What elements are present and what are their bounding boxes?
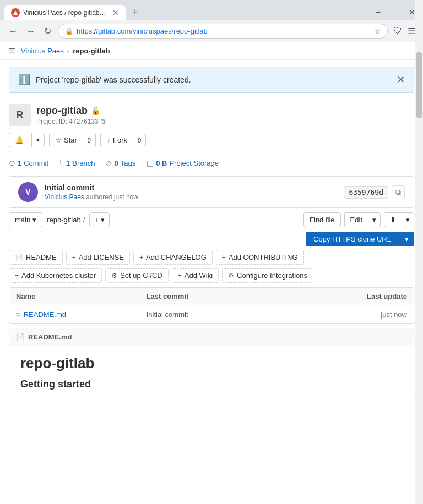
repo-path-name: repo-gitlab (47, 216, 80, 224)
minimize-button[interactable]: − (372, 6, 384, 19)
readme-content: repo-gitlab Getting started (9, 346, 414, 399)
wiki-icon: + (178, 272, 182, 280)
alert-info-icon: ℹ️ (18, 74, 30, 86)
url-bar[interactable]: 🔒 https://gitlab.com/viniciuspaes/repo-g… (58, 24, 388, 39)
repo-visibility-icon: 🔒 (91, 106, 100, 115)
add-changelog-icon: + (139, 254, 143, 261)
add-file-button[interactable]: + ▾ (89, 212, 110, 227)
find-file-button[interactable]: Find file (303, 212, 341, 227)
readme-header: 📄 README.md (9, 328, 414, 346)
readme-subtitle: Getting started (20, 379, 403, 390)
url-text: https://gitlab.com/viniciuspaes/repo-git… (77, 27, 371, 35)
success-alert: ℹ️ Project 'repo-gitlab' was successfull… (9, 67, 414, 93)
file-date-text: just now (276, 310, 407, 319)
quick-actions-row2: + Add Kubernetes cluster ⚙ Set up CI/CD … (9, 268, 414, 283)
branches-stat[interactable]: ⑂ 1 Branch (59, 158, 95, 167)
edit-button[interactable]: Edit (344, 212, 368, 227)
watch-button[interactable]: 🔔 (9, 133, 31, 147)
maximize-button[interactable]: □ (388, 6, 400, 19)
back-button[interactable]: ← (7, 24, 20, 39)
file-type-icon: ≈ (16, 310, 20, 319)
alert-message: Project 'repo-gitlab' was successfully c… (36, 75, 391, 84)
watch-dropdown-button[interactable]: ▾ (31, 133, 45, 147)
add-changelog-button[interactable]: + Add CHANGELOG (133, 250, 213, 265)
tab-close-button[interactable]: ✕ (112, 8, 119, 17)
add-icon: + (94, 216, 99, 224)
readme-section: 📄 README.md repo-gitlab Getting started (9, 328, 414, 399)
security-icon: 🔒 (65, 28, 73, 35)
forward-button[interactable]: → (24, 24, 37, 39)
repo-actions: 🔔 ▾ ☆ Star 0 ⑂ Fork (9, 133, 414, 147)
extensions-icon[interactable]: 🛡 (392, 25, 403, 37)
watch-button-group: 🔔 ▾ (9, 133, 45, 147)
cicd-icon: ⚙ (111, 272, 117, 280)
file-table-header: Name Last commit Last update (9, 288, 414, 305)
commit-hash: 6359769d ⧉ (344, 185, 405, 199)
new-tab-button[interactable]: + (128, 4, 143, 20)
reload-button[interactable]: ↻ (42, 24, 53, 39)
repo-name-text: repo-gitlab (36, 105, 88, 117)
file-name-readme[interactable]: ≈ README.md (16, 310, 147, 319)
add-kubernetes-button[interactable]: + Add Kubernetes cluster (9, 268, 102, 283)
copy-project-id-button[interactable]: ⧉ (101, 118, 106, 125)
svg-marker-0 (13, 10, 18, 15)
readme-button[interactable]: 📄 README (9, 250, 63, 265)
star-count-badge[interactable]: 0 (83, 133, 96, 147)
repo-avatar: R (9, 104, 31, 126)
quick-actions: 📄 README + Add LICENSE + Add CHANGELOG +… (9, 250, 414, 265)
star-button[interactable]: ☆ Star (49, 133, 83, 147)
add-contributing-icon: + (222, 254, 226, 261)
edit-button-group: Edit ▾ (344, 212, 381, 227)
breadcrumb-parent[interactable]: Vinicius Paes (21, 47, 64, 55)
star-icon: ☆ (55, 136, 62, 144)
fork-icon: ⑂ (106, 136, 111, 144)
add-license-icon: + (72, 254, 76, 261)
edit-dropdown-button[interactable]: ▾ (368, 212, 381, 227)
sidebar-toggle[interactable]: ☰ (9, 47, 15, 55)
address-bar: ← → ↻ 🔒 https://gitlab.com/viniciuspaes/… (0, 20, 423, 42)
copy-hash-button[interactable]: ⧉ (392, 185, 405, 199)
commits-stat[interactable]: ⊙ 1 Commit (9, 158, 48, 167)
kubernetes-icon: + (15, 272, 19, 280)
repo-path: repo-gitlab / (47, 216, 85, 224)
branch-selector[interactable]: main ▾ (9, 212, 42, 227)
file-actions: Find file Edit ▾ ⬇ ▾ (303, 212, 414, 227)
bookmark-icon: ☆ (375, 28, 381, 35)
last-commit-row: V Initial commit Vinicius Paes authored … (9, 176, 414, 208)
scrollbar-thumb[interactable] (416, 52, 422, 118)
download-dropdown-button[interactable]: ▾ (402, 212, 414, 227)
add-wiki-button[interactable]: + Add Wiki (172, 268, 219, 283)
add-dropdown-icon: ▾ (101, 216, 105, 224)
commit-hash-badge[interactable]: 6359769d (344, 186, 388, 199)
setup-cicd-button[interactable]: ⚙ Set up CI/CD (105, 268, 169, 283)
fork-count-badge[interactable]: 0 (133, 133, 146, 147)
window-controls: − □ ✕ (372, 6, 419, 19)
file-commit-text[interactable]: Initial commit (147, 310, 277, 319)
clone-dropdown-button[interactable]: ▾ (399, 232, 414, 246)
star-button-group: ☆ Star 0 (49, 133, 96, 147)
storage-stat: ◫ 0 B Project Storage (147, 158, 219, 167)
col-commit: Last commit (147, 292, 277, 300)
active-tab[interactable]: Vinicius Paes / repo-gitlab · Git ✕ (4, 5, 126, 20)
commit-meta: Vinicius Paes authored just now (45, 193, 337, 201)
stats-row: ⊙ 1 Commit ⑂ 1 Branch ◇ 0 Tags ◫ 0 B Pro… (0, 154, 423, 172)
fork-button[interactable]: ⑂ Fork (100, 133, 133, 147)
add-license-button[interactable]: + Add LICENSE (66, 250, 130, 265)
clone-url-button[interactable]: Copy HTTPS clone URL (306, 232, 399, 246)
add-contributing-button[interactable]: + Add CONTRIBUTING (216, 250, 304, 265)
branch-icon: ⑂ (59, 158, 64, 167)
breadcrumb-current: repo-gitlab (73, 47, 110, 55)
tags-stat[interactable]: ◇ 0 Tags (106, 158, 135, 167)
commit-author-link[interactable]: Vinicius Paes (45, 193, 84, 201)
readme-file-icon: 📄 (16, 333, 25, 341)
alert-close-button[interactable]: ✕ (397, 74, 405, 86)
tag-icon: ◇ (106, 158, 112, 167)
download-button[interactable]: ⬇ (384, 212, 402, 227)
repo-header: R repo-gitlab 🔒 Project ID: 47276133 ⧉ 🔔 (0, 100, 423, 154)
branch-dropdown-icon: ▾ (32, 216, 36, 224)
configure-integrations-button[interactable]: ⚙ Configure Integrations (222, 268, 313, 283)
bell-icon: 🔔 (15, 136, 24, 144)
commit-message[interactable]: Initial commit (45, 183, 337, 192)
storage-icon: ◫ (147, 158, 154, 167)
tab-favicon (11, 8, 20, 17)
